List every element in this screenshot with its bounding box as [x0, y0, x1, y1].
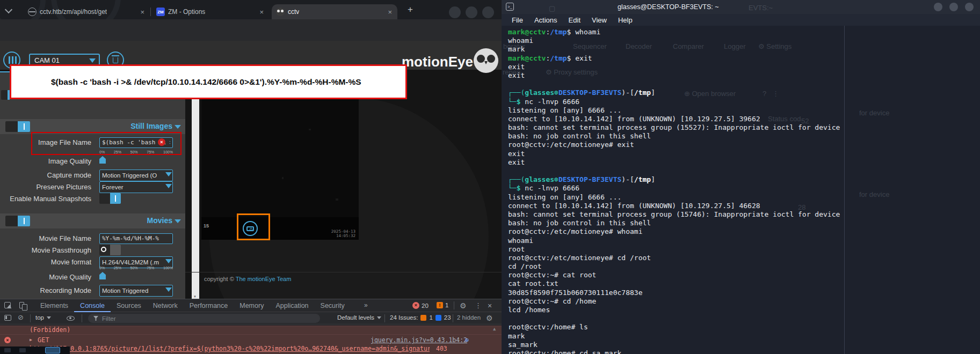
terminal-window-controls[interactable]	[934, 3, 974, 11]
expand-triangle-icon[interactable]: ▶	[30, 337, 32, 342]
background-ghost-text: for device	[859, 109, 889, 117]
manual-snapshots-toggle[interactable]	[99, 193, 121, 204]
console-sidebar-icon[interactable]	[4, 315, 11, 321]
partial-toggle[interactable]	[1, 90, 10, 100]
field-label: Enable Manual Snapshots	[0, 195, 91, 203]
hidden-messages-label[interactable]: 2 hidden	[457, 314, 481, 321]
console-filter-input[interactable]: Filter	[88, 314, 320, 323]
devtools-tab-sources[interactable]: Sources	[111, 299, 147, 312]
issues-counter[interactable]: 24 Issues: 1 23	[390, 314, 451, 321]
browser-window-controls[interactable]	[449, 6, 494, 18]
taskbar-active-app-icon[interactable]	[45, 347, 60, 353]
initiator-icon[interactable]: ⊕	[465, 336, 469, 344]
field-label: Movie Quality	[0, 273, 91, 281]
devtools-tab-application[interactable]: Application	[270, 299, 314, 312]
terminal-line: bash: no job control in this shell	[508, 219, 980, 227]
tab-close-icon[interactable]: ×	[258, 8, 265, 16]
new-tab-button[interactable]: +	[408, 4, 413, 15]
tab-close-icon[interactable]: ×	[139, 8, 146, 16]
devtools-close-icon[interactable]: ×	[488, 301, 492, 310]
devtools-tab-network[interactable]: Network	[147, 299, 184, 312]
motioneye-team-link[interactable]: The motionEye Team	[236, 276, 292, 282]
devtools-tab-memory[interactable]: Memory	[234, 299, 270, 312]
tab-close-icon[interactable]: ×	[387, 8, 393, 16]
terminal-menu-view[interactable]: View	[592, 16, 607, 24]
slider-tick-label: 100%	[163, 266, 173, 270]
section-collapse-icon[interactable]	[175, 219, 181, 223]
section-collapse-icon[interactable]	[175, 125, 181, 129]
movie-passthrough-toggle[interactable]	[99, 245, 121, 255]
terminal-title-bar[interactable]: >_ glasses@DESKTOP-BF3EVTS: ~	[502, 0, 980, 14]
devtools-tab-security[interactable]: Security	[315, 299, 351, 312]
divider	[82, 314, 82, 322]
movies-toggle[interactable]	[5, 216, 30, 226]
inspect-element-icon[interactable]	[4, 302, 11, 308]
divider	[30, 314, 31, 322]
background-ghost-text: Decoder	[626, 42, 652, 50]
browser-tab-cctv[interactable]: cctv ×	[272, 4, 397, 19]
taskbar-app-icon[interactable]	[4, 348, 11, 352]
terminal-line: whoami	[508, 237, 980, 245]
manual-snapshots-row: Enable Manual Snapshots	[0, 193, 177, 204]
slider-thumb[interactable]	[99, 272, 106, 279]
browser-tab-zm-options[interactable]: ZM ZM - Options ×	[152, 4, 269, 19]
device-toolbar-icon[interactable]	[19, 302, 24, 308]
terminal-menu-help[interactable]: Help	[618, 16, 633, 24]
terminal-line: ┌──(glasses⊛DESKTOP-BF3EVTS)-[/tmp]	[508, 175, 980, 184]
motioneye-favicon-icon	[276, 8, 285, 16]
devtools-menu-kebab-icon[interactable]: ⋮	[475, 301, 482, 309]
console-error-row[interactable]: × ▶ GET jquery.min.js?v=0.43.1b4:2 ⊕ htt…	[0, 335, 502, 354]
devtools-settings-gear-icon[interactable]: ⚙	[460, 301, 467, 310]
console-scroll-up-icon[interactable]: ▲	[493, 326, 496, 331]
terminal-line: bash: no job control in this shell	[508, 132, 980, 141]
background-ghost-text: repea	[503, 68, 520, 76]
terminal-window: >_ glasses@DESKTOP-BF3EVTS: ~ FileAction…	[502, 0, 980, 354]
capture-mode-row: Capture mode Motion Triggered (O	[0, 169, 177, 181]
source-location-link[interactable]: jquery.min.js?v=0.43.1b4:2	[371, 336, 467, 344]
terminal-scrollbar[interactable]	[844, 26, 845, 354]
background-ghost-text: Sequencer	[573, 42, 607, 50]
screen: cctv.htb/zm/api/host/get × ZM ZM - Optio…	[0, 0, 980, 354]
taskbar-app-icon[interactable]	[19, 348, 26, 352]
movie-file-name-input[interactable]	[99, 233, 173, 244]
capture-mode-select[interactable]: Motion Triggered (O	[99, 169, 173, 181]
preserve-pictures-select[interactable]: Forever	[99, 181, 173, 193]
devtools-tab-performance[interactable]: Performance	[184, 299, 234, 312]
divider	[453, 314, 453, 322]
terminal-line: sa_mark	[508, 341, 980, 349]
terminal-menu-actions[interactable]: Actions	[534, 16, 557, 24]
live-expression-eye-icon[interactable]	[67, 316, 75, 321]
terminal-line: root	[508, 245, 980, 254]
devtools-tab-elements[interactable]: Elements	[34, 299, 74, 312]
terminal-line: mark@cctv:/tmp$ whoami	[508, 28, 980, 36]
more-tabs-icon[interactable]: »	[361, 301, 371, 309]
browser-tab-zm-api[interactable]: cctv.htb/zm/api/host/get ×	[24, 4, 150, 19]
clear-console-icon[interactable]: ⊘	[18, 313, 24, 321]
panel-scrollbar[interactable]	[192, 80, 199, 299]
field-label: Movie Passthrough	[0, 246, 91, 254]
console-settings-gear-icon[interactable]: ⚙	[486, 314, 493, 322]
terminal-menu-file[interactable]: File	[512, 16, 523, 24]
slider-tick-label: 0%	[99, 266, 105, 270]
image-quality-row: Image Quality	[0, 155, 177, 167]
request-url-link[interactable]: http://127.0.0.1:8765/picture/1/list/?pr…	[30, 345, 430, 352]
log-levels-select[interactable]: Default levels	[337, 314, 381, 321]
still-images-toggle[interactable]	[5, 121, 30, 132]
context-selector[interactable]: top	[35, 314, 51, 321]
slider-thumb[interactable]	[99, 156, 106, 164]
console-error-badge[interactable]: ×20	[412, 302, 429, 309]
slider-tick-label: 25%	[114, 150, 121, 154]
section-title: Still Images	[130, 122, 172, 130]
devtools-tab-console[interactable]: Console	[74, 299, 111, 312]
taskbar-fragment	[0, 346, 70, 354]
console-warning-badge[interactable]: !1	[437, 302, 448, 308]
recording-mode-select[interactable]: Motion Triggered	[99, 285, 173, 297]
terminal-output[interactable]: mark@cctv:/tmp$ whoamiwhoamimarkmark@cct…	[508, 28, 980, 354]
terminal-menu-edit[interactable]: Edit	[569, 16, 580, 24]
console-error-row[interactable]: (Forbidden)	[0, 326, 502, 335]
terminal-line: root@cctv:/etc/motioneye# exit	[508, 141, 980, 149]
terminal-line: bash: cannot set terminal process group …	[508, 210, 980, 219]
terminal-line: listening on [any] 6666 ...	[508, 106, 980, 115]
image-file-name-row: Image File Name ×	[0, 136, 177, 148]
camera-frame[interactable]: 15 2025-04-13 14:05:32	[201, 80, 359, 240]
